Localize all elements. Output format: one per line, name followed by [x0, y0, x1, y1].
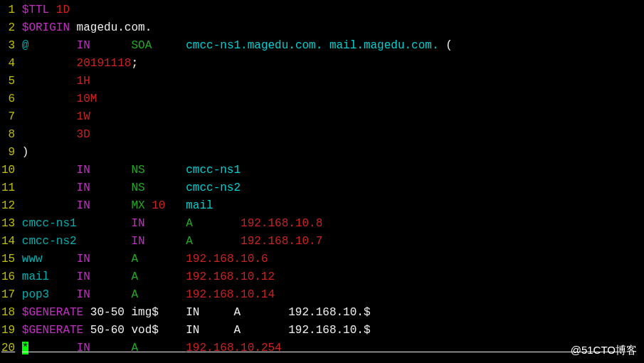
line-content: $TTL 1D — [22, 1, 70, 19]
token — [138, 288, 186, 301]
token: A — [131, 342, 138, 354]
token: NS — [131, 182, 144, 194]
code-line: 13cmcc-ns1 IN A 192.168.10.8 — [1, 215, 643, 233]
token — [22, 93, 77, 105]
token: IN — [77, 253, 90, 265]
line-number: 6 — [1, 90, 15, 108]
code-line: 10 IN NS cmcc-ns1 — [1, 162, 643, 179]
line-number: 15 — [1, 251, 15, 268]
token — [22, 128, 77, 141]
code-line: 20* IN A 192.168.10.254 — [1, 340, 643, 357]
token: SOA — [131, 39, 152, 52]
line-number: 16 — [1, 268, 15, 286]
token — [138, 342, 186, 354]
code-line: 1$TTL 1D — [1, 1, 643, 19]
token: cmcc-ns2 — [186, 182, 241, 194]
line-number: 17 — [1, 286, 15, 304]
line-content: IN NS cmcc-ns1 — [22, 162, 241, 179]
code-line: 4 20191118; — [1, 55, 643, 73]
token — [43, 253, 77, 265]
line-number: 18 — [1, 304, 15, 322]
token: IN — [77, 182, 90, 194]
token: 3D — [77, 128, 90, 141]
token: A — [186, 235, 193, 248]
line-number: 11 — [1, 179, 15, 197]
token: IN — [77, 288, 90, 301]
watermark-text: @51CTO博客 — [571, 341, 637, 359]
token: $ORIGIN — [22, 21, 70, 34]
token: 192.168.10.254 — [186, 342, 281, 354]
token — [49, 288, 76, 301]
token — [77, 235, 132, 248]
code-line: 2$ORIGIN magedu.com. — [1, 19, 643, 37]
token: IN — [131, 235, 144, 248]
token: @ — [22, 39, 29, 52]
token — [28, 39, 76, 52]
token — [90, 288, 132, 301]
token: cmcc-ns1 — [186, 164, 241, 177]
token: IN — [131, 217, 144, 230]
token — [22, 75, 77, 88]
token — [22, 199, 77, 212]
token — [145, 182, 186, 194]
line-number: 3 — [1, 37, 15, 55]
code-line: 9) — [1, 144, 643, 162]
code-line: 17pop3 IN A 192.168.10.14 — [1, 286, 643, 304]
line-number: 1 — [1, 1, 15, 19]
line-content: cmcc-ns1 IN A 192.168.10.8 — [22, 215, 322, 233]
line-number: 13 — [1, 215, 15, 233]
line-number: 5 — [1, 73, 15, 90]
token: IN — [77, 39, 90, 52]
token: A — [131, 288, 138, 301]
code-line: 5 1H — [1, 73, 643, 90]
line-content: 10M — [22, 90, 97, 108]
code-line: 12 IN MX 10 mail — [1, 197, 643, 215]
line-number: 4 — [1, 55, 15, 73]
token: 192.168.10.12 — [186, 270, 275, 283]
token — [138, 270, 186, 283]
token: IN — [77, 270, 90, 283]
token: ( — [439, 39, 453, 52]
token: ) — [22, 146, 29, 159]
line-content: mail IN A 192.168.10.12 — [22, 268, 275, 286]
token — [49, 270, 76, 283]
token: pop3 — [22, 288, 49, 301]
token — [90, 342, 132, 354]
token: cmcc-ns2 — [22, 235, 77, 248]
token: 1W — [77, 110, 90, 123]
token: IN — [77, 342, 90, 354]
line-number: 2 — [1, 19, 15, 37]
token: 192.168.10.8 — [241, 217, 322, 230]
token: ; — [131, 57, 138, 70]
token — [90, 199, 132, 212]
token: 192.168.10.14 — [186, 288, 275, 301]
token: 192.168.10.6 — [186, 253, 268, 265]
token: 10 — [152, 199, 165, 212]
token — [165, 199, 186, 212]
line-content: 1W — [22, 108, 90, 126]
token — [22, 57, 77, 70]
token: 1D — [56, 4, 70, 16]
line-content: 20191118; — [22, 55, 138, 73]
line-number: 8 — [1, 126, 15, 144]
token — [152, 39, 186, 52]
code-line: 6 10M — [1, 90, 643, 108]
line-content: IN MX 10 mail — [22, 197, 213, 215]
token — [28, 342, 76, 354]
token — [145, 217, 186, 230]
line-content: IN NS cmcc-ns2 — [22, 179, 241, 197]
code-line: 14cmcc-ns2 IN A 192.168.10.7 — [1, 233, 643, 251]
line-content: @ IN SOA cmcc-ns1.magedu.com. mail.maged… — [22, 37, 453, 55]
line-number: 10 — [1, 162, 15, 179]
token: IN — [77, 164, 90, 177]
code-line: 3@ IN SOA cmcc-ns1.magedu.com. mail.mage… — [1, 37, 643, 55]
token — [22, 182, 77, 194]
token: cmcc-ns1.magedu.com. mail.magedu.com. — [186, 39, 438, 52]
token: 192.168.10.7 — [241, 235, 322, 248]
zone-file-editor[interactable]: 1$TTL 1D2$ORIGIN magedu.com.3@ IN SOA cm… — [1, 1, 643, 357]
line-number: 14 — [1, 233, 15, 251]
token — [90, 39, 132, 52]
token — [22, 164, 77, 177]
token: NS — [131, 164, 144, 177]
token: mail — [186, 199, 213, 212]
